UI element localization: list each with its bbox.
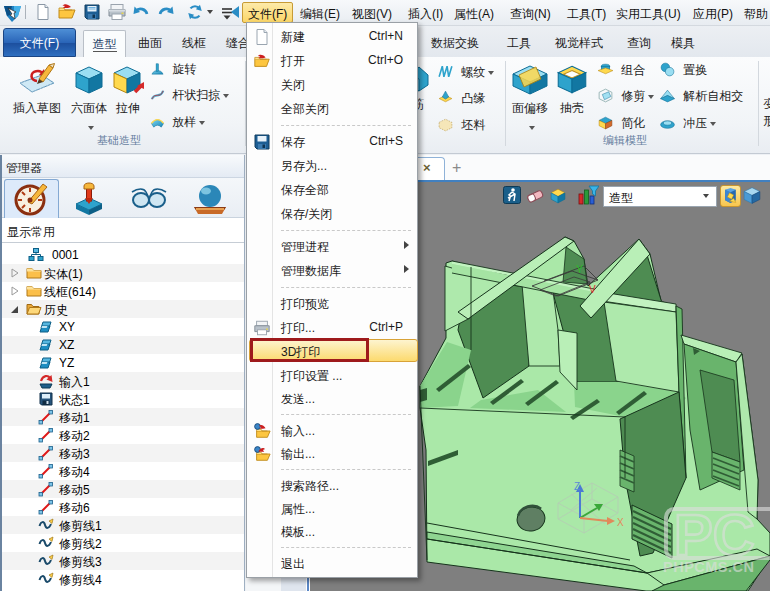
svg-text:PHPCMS.CN: PHPCMS.CN [663,559,755,575]
svg-text:X: X [617,517,624,528]
svg-text:Y: Y [576,263,584,275]
svg-text:Z: Z [574,481,580,492]
svg-text:V: V [589,284,596,295]
svg-text:PC: PC [674,502,755,567]
